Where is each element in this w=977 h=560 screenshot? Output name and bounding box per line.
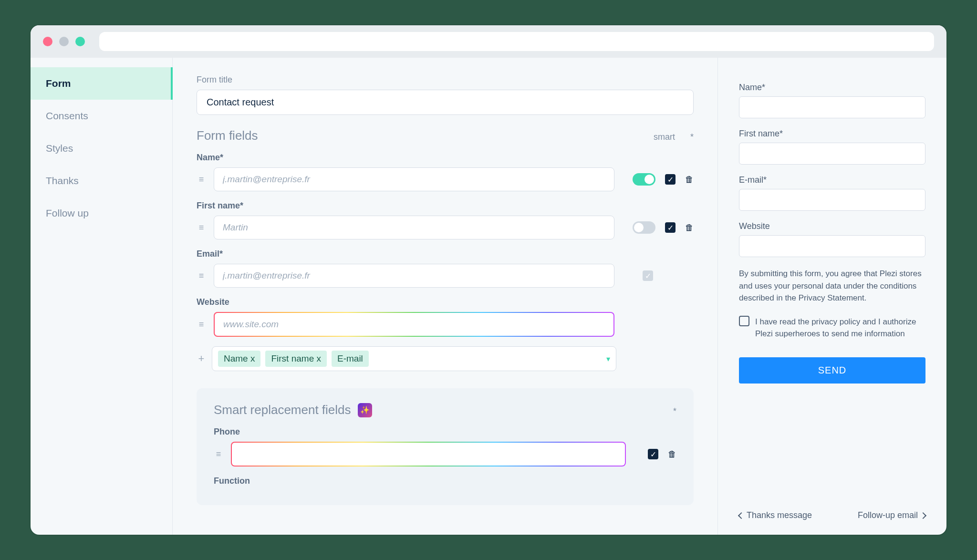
next-followup-link[interactable]: Follow-up email [858, 510, 925, 520]
drag-handle-icon[interactable]: ≡ [197, 271, 206, 281]
preview-website-input[interactable] [739, 235, 925, 257]
url-bar[interactable] [99, 32, 934, 51]
preview-disclaimer: By submitting this form, you agree that … [739, 268, 925, 304]
preview-email-label: E-mail* [739, 175, 925, 185]
next-label: Follow-up email [858, 510, 918, 520]
delete-icon[interactable]: 🗑 [668, 449, 676, 459]
smart-column-labels: * [673, 406, 676, 416]
preview-website-label: Website [739, 221, 925, 231]
preview-nav: Thanks message Follow-up email [739, 491, 925, 520]
smart-replacement-panel: Smart replacement fields ✨ * Phone ≡ ✓ 🗑 [197, 388, 694, 505]
drag-handle-icon[interactable]: ≡ [214, 449, 223, 459]
required-column-label: * [673, 406, 676, 416]
smart-panel-title-text: Smart replacement fields [214, 403, 351, 417]
smart-toggle[interactable] [633, 221, 655, 234]
tag-email[interactable]: E-mail [332, 351, 369, 367]
form-title-label: Form title [197, 75, 694, 85]
form-fields-header: Form fields smart * [197, 128, 694, 143]
field-label: Website [197, 297, 694, 307]
preview-consent-text: I have read the privacy policy and I aut… [755, 316, 925, 340]
chevron-right-icon [920, 512, 926, 519]
sidebar: Form Consents Styles Thanks Follow up [31, 58, 173, 535]
field-controls: ✓ 🗑 [634, 449, 676, 459]
field-label: First name* [197, 201, 694, 211]
add-field-button[interactable]: + [197, 353, 206, 365]
main-editor: Form title Form fields smart * Name* ≡ ✓… [173, 58, 717, 535]
tags-container[interactable]: Name x First name x E-mail ▾ [212, 346, 616, 371]
send-button[interactable]: SEND [739, 357, 925, 384]
required-column-label: * [690, 132, 694, 142]
field-row-phone: ≡ ✓ 🗑 [214, 442, 676, 467]
drag-handle-icon[interactable]: ≡ [197, 223, 206, 233]
field-label: Email* [197, 249, 694, 259]
delete-icon[interactable]: 🗑 [685, 223, 694, 233]
prev-thanks-link[interactable]: Thanks message [739, 510, 812, 520]
required-checkbox[interactable]: ✓ [665, 222, 676, 233]
smart-column-label: smart [654, 132, 675, 142]
preview-email-input[interactable] [739, 189, 925, 211]
minimize-dot-icon[interactable] [59, 37, 69, 46]
drag-handle-icon[interactable]: ≡ [197, 175, 206, 185]
form-title-input[interactable] [197, 90, 694, 115]
titlebar [31, 25, 946, 58]
dropdown-caret-icon[interactable]: ▾ [606, 354, 610, 363]
sidebar-item-styles[interactable]: Styles [31, 132, 172, 165]
field-row-email: ≡ ✓ [197, 264, 694, 288]
sidebar-item-form[interactable]: Form [31, 67, 173, 100]
app-window: Form Consents Styles Thanks Follow up Fo… [31, 25, 946, 535]
maximize-dot-icon[interactable] [75, 37, 85, 46]
required-checkbox-disabled: ✓ [643, 270, 653, 281]
field-label: Function [214, 476, 676, 486]
column-labels: smart * [654, 132, 694, 142]
field-row-website: ≡ [197, 312, 694, 337]
content: Form Consents Styles Thanks Follow up Fo… [31, 58, 946, 535]
smart-panel-header: Smart replacement fields ✨ * [214, 403, 676, 417]
preview-firstname-label: First name* [739, 129, 925, 139]
field-row-firstname: ≡ ✓ 🗑 [197, 216, 694, 239]
add-field-row: + Name x First name x E-mail ▾ [197, 346, 694, 371]
field-placeholder-input[interactable] [231, 442, 626, 467]
sidebar-item-consents[interactable]: Consents [31, 100, 172, 132]
preview-consent-row: I have read the privacy policy and I aut… [739, 316, 925, 340]
field-placeholder-input[interactable] [214, 264, 614, 288]
field-label: Name* [197, 153, 694, 163]
preview-consent-checkbox[interactable] [739, 316, 749, 326]
form-preview: Name* First name* E-mail* Website By sub… [717, 58, 946, 535]
field-placeholder-input[interactable] [214, 216, 614, 239]
close-dot-icon[interactable] [43, 37, 52, 46]
smart-panel-title: Smart replacement fields ✨ [214, 403, 372, 417]
tag-firstname[interactable]: First name x [265, 351, 327, 367]
field-controls: ✓ 🗑 [622, 221, 694, 234]
prev-label: Thanks message [747, 510, 812, 520]
delete-icon[interactable]: 🗑 [685, 175, 694, 185]
required-checkbox[interactable]: ✓ [665, 174, 676, 185]
field-row-name: ≡ ✓ 🗑 [197, 167, 694, 191]
preview-name-label: Name* [739, 83, 925, 93]
field-label: Phone [214, 427, 676, 437]
field-controls: ✓ 🗑 [622, 173, 694, 186]
sidebar-item-followup[interactable]: Follow up [31, 197, 172, 229]
field-placeholder-input[interactable] [214, 167, 614, 191]
field-controls: ✓ [622, 270, 694, 281]
form-fields-title: Form fields [197, 128, 258, 143]
field-placeholder-input[interactable] [214, 312, 614, 337]
sidebar-item-thanks[interactable]: Thanks [31, 165, 172, 197]
smart-badge-icon: ✨ [358, 403, 372, 417]
smart-toggle[interactable] [633, 173, 655, 186]
drag-handle-icon[interactable]: ≡ [197, 320, 206, 330]
chevron-left-icon [738, 512, 745, 519]
tag-name[interactable]: Name x [218, 351, 260, 367]
preview-name-input[interactable] [739, 96, 925, 118]
required-checkbox[interactable]: ✓ [648, 449, 658, 459]
preview-firstname-input[interactable] [739, 143, 925, 165]
